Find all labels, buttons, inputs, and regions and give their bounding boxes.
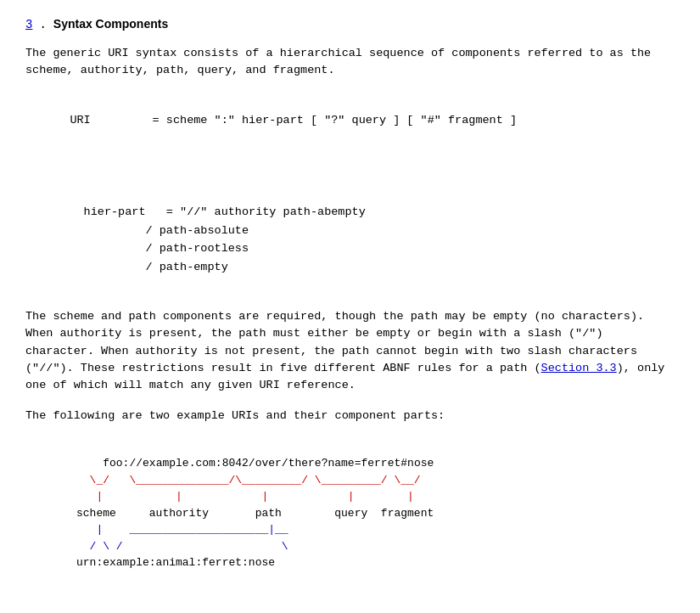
diagram-line1: \_/ \______________/\_________/ \_______…: [76, 474, 421, 486]
diagram-line4: / \ / \: [76, 540, 288, 553]
diagram-labels1: scheme authority path query fragment: [76, 507, 434, 520]
section-title: Syntax Components: [53, 17, 168, 31]
section-number[interactable]: 3: [25, 18, 32, 31]
diagram-uri1: foo://example.com:8042/over/there?name=f…: [103, 457, 434, 470]
body-paragraph-2: The following are two example URIs and t…: [25, 408, 675, 425]
diagram-line3: | _____________________|__: [76, 523, 288, 536]
body-paragraph-1: The scheme and path components are requi…: [25, 308, 675, 394]
section-container: 3 . Syntax Components The generic URI sy…: [25, 17, 675, 588]
uri-diagram: foo://example.com:8042/over/there?name=f…: [76, 439, 675, 588]
section-header: 3 . Syntax Components: [25, 17, 675, 31]
intro-paragraph: The generic URI syntax consists of a hie…: [25, 45, 675, 80]
diagram-uri2: urn:example:animal:ferret:nose: [76, 556, 275, 569]
grammar-block: URI = scheme ":" hier-part [ "?" query ]…: [42, 93, 675, 295]
section-3-3-link[interactable]: Section 3.3: [541, 362, 617, 374]
hier-part-grammar: hier-part = "//​" authority path-abempty…: [42, 205, 366, 273]
uri-grammar-line: URI = scheme ":" hier-part [ "?" query ]…: [70, 114, 517, 127]
section-title-dot: .: [39, 18, 46, 31]
diagram-line2: | | | | |: [76, 490, 414, 503]
